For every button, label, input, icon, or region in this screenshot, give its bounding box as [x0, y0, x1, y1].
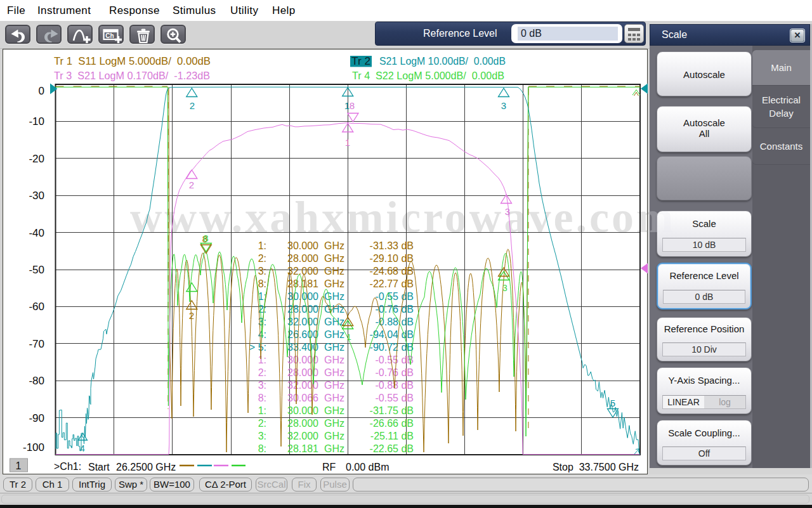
svg-text:Ch: Ch: [105, 32, 114, 39]
